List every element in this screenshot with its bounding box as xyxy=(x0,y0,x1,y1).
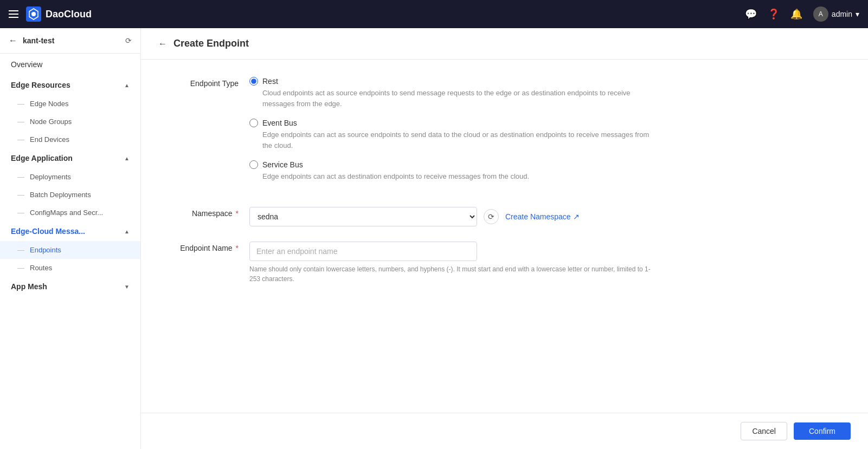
help-icon[interactable]: ❓ xyxy=(768,8,780,20)
sidebar-section-header-edge-application[interactable]: Edge Application ▲ xyxy=(0,148,140,168)
avatar: A xyxy=(813,6,828,22)
namespace-label: Namespace * xyxy=(163,207,249,218)
sidebar-nav: Overview Edge Resources ▲ — Edge Nodes —… xyxy=(0,54,140,449)
user-menu[interactable]: A admin ▾ xyxy=(813,6,859,22)
radio-event-bus-label: Event Bus xyxy=(262,119,297,127)
radio-rest-desc: Cloud endpoints act as source endpoints … xyxy=(249,88,651,109)
notification-icon[interactable]: 🔔 xyxy=(790,8,802,20)
topnav-actions: 💬 ❓ 🔔 A admin ▾ xyxy=(745,6,859,22)
sidebar-header: ← kant-test ⟳ xyxy=(0,28,140,54)
external-link-icon: ↗ xyxy=(573,212,580,221)
sidebar-project-title: kant-test xyxy=(23,36,120,45)
brand-logo[interactable]: DaoCloud xyxy=(26,6,92,22)
radio-service-bus-desc: Edge endpoints can act as destination en… xyxy=(249,171,651,182)
radio-event-bus[interactable] xyxy=(249,119,258,127)
svg-point-1 xyxy=(31,12,36,16)
chevron-up-icon: ▲ xyxy=(124,82,130,88)
radio-option-event-bus: Event Bus Edge endpoints can act as sour… xyxy=(249,119,651,151)
confirm-button[interactable]: Confirm xyxy=(794,422,851,440)
endpoint-name-input[interactable] xyxy=(249,242,477,261)
namespace-field: sedna default kube-system ⟳ Create Names… xyxy=(249,207,651,226)
brand-name: DaoCloud xyxy=(46,9,92,20)
sidebar-item-deployments[interactable]: — Deployments xyxy=(0,168,140,186)
sidebar-section-header-edge-cloud-message[interactable]: Edge-Cloud Messa... ▲ xyxy=(0,222,140,241)
main-content: ← Create Endpoint Endpoint Type Rest xyxy=(141,28,868,449)
namespace-select[interactable]: sedna default kube-system xyxy=(249,207,477,226)
chat-icon[interactable]: 💬 xyxy=(745,8,757,20)
endpoint-name-hint: Name should only contain lowercase lette… xyxy=(249,264,651,284)
endpoint-name-label: Endpoint Name * xyxy=(163,242,249,252)
sidebar-item-edge-nodes[interactable]: — Edge Nodes xyxy=(0,95,140,113)
endpoint-name-field: Name should only contain lowercase lette… xyxy=(249,242,651,284)
sidebar-item-overview[interactable]: Overview xyxy=(0,54,140,75)
main-header: ← Create Endpoint xyxy=(141,28,868,60)
sidebar-item-node-groups[interactable]: — Node Groups xyxy=(0,113,140,131)
sidebar-section-edge-cloud-message: Edge-Cloud Messa... ▲ — Endpoints — Rout… xyxy=(0,222,140,277)
namespace-refresh-button[interactable]: ⟳ xyxy=(484,209,499,224)
sidebar-item-batch-deployments[interactable]: — Batch Deployments xyxy=(0,186,140,204)
sidebar-section-edge-resources: Edge Resources ▲ — Edge Nodes — Node Gro… xyxy=(0,75,140,148)
main-footer: Cancel Confirm xyxy=(141,413,868,449)
chevron-up-icon-3: ▲ xyxy=(124,229,130,235)
menu-icon[interactable] xyxy=(9,10,18,18)
endpoint-type-field: Rest Cloud endpoints act as source endpo… xyxy=(249,77,651,192)
radio-event-bus-desc: Edge endpoints can act as source endpoin… xyxy=(249,129,651,151)
namespace-row: Namespace * sedna default kube-system ⟳ … xyxy=(163,207,651,226)
sidebar-item-configmaps[interactable]: — ConfigMaps and Secr... xyxy=(0,204,140,222)
top-navigation: DaoCloud 💬 ❓ 🔔 A admin ▾ xyxy=(0,0,868,28)
chevron-down-icon: ▼ xyxy=(124,284,130,290)
user-chevron-icon: ▾ xyxy=(856,10,859,18)
sidebar-item-routes[interactable]: — Routes xyxy=(0,259,140,277)
main-body: Endpoint Type Rest Cloud endpoints act a… xyxy=(141,60,868,413)
create-namespace-link[interactable]: Create Namespace ↗ xyxy=(505,212,580,221)
page-title: Create Endpoint xyxy=(173,38,249,49)
sidebar: ← kant-test ⟳ Overview Edge Resources ▲ … xyxy=(0,28,141,449)
sidebar-back-icon[interactable]: ← xyxy=(9,36,17,45)
endpoint-type-label: Endpoint Type xyxy=(163,77,249,88)
sidebar-item-endpoints[interactable]: — Endpoints xyxy=(0,241,140,259)
sidebar-refresh-icon[interactable]: ⟳ xyxy=(125,36,132,45)
username-label: admin xyxy=(832,10,852,18)
sidebar-section-header-edge-resources[interactable]: Edge Resources ▲ xyxy=(0,75,140,95)
create-endpoint-form: Endpoint Type Rest Cloud endpoints act a… xyxy=(163,77,651,284)
radio-rest[interactable] xyxy=(249,77,258,86)
endpoint-name-row: Endpoint Name * Name should only contain… xyxy=(163,242,651,284)
sidebar-section-edge-application: Edge Application ▲ — Deployments — Batch… xyxy=(0,148,140,222)
chevron-up-icon-2: ▲ xyxy=(124,155,130,161)
radio-option-rest: Rest Cloud endpoints act as source endpo… xyxy=(249,77,651,109)
cancel-button[interactable]: Cancel xyxy=(741,422,787,440)
endpoint-type-row: Endpoint Type Rest Cloud endpoints act a… xyxy=(163,77,651,192)
radio-option-service-bus: Service Bus Edge endpoints can act as de… xyxy=(249,160,651,182)
radio-rest-label: Rest xyxy=(262,77,278,86)
sidebar-section-header-app-mesh[interactable]: App Mesh ▼ xyxy=(0,277,140,296)
main-back-icon[interactable]: ← xyxy=(158,39,167,49)
radio-service-bus[interactable] xyxy=(249,160,258,169)
sidebar-item-end-devices[interactable]: — End Devices xyxy=(0,131,140,148)
sidebar-section-app-mesh: App Mesh ▼ xyxy=(0,277,140,296)
radio-service-bus-label: Service Bus xyxy=(262,160,303,169)
